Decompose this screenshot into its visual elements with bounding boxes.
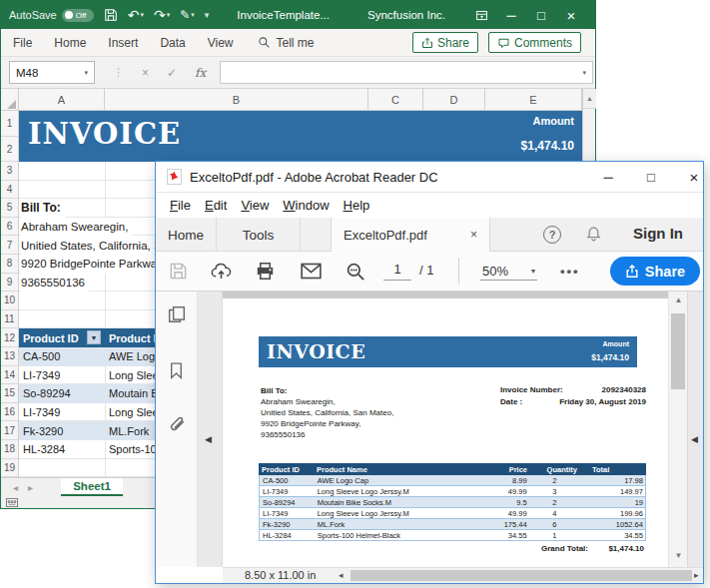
row-header[interactable]: 8 <box>1 255 18 274</box>
row-header[interactable]: 7 <box>1 236 18 255</box>
touch-mode-icon[interactable]: ✎ <box>180 8 190 22</box>
email-icon[interactable] <box>301 262 321 282</box>
zoom-dropdown-icon[interactable]: ▾ <box>531 267 535 276</box>
save-icon[interactable] <box>104 8 118 22</box>
undo-dropdown-icon[interactable]: ▾ <box>140 11 144 19</box>
quick-access-customize-icon[interactable]: ▾ <box>205 10 210 20</box>
row-header[interactable]: 12 <box>1 328 18 347</box>
tools-panel-strip[interactable]: ◀ <box>687 292 703 567</box>
row-header[interactable]: 19 <box>1 459 18 478</box>
acrobat-minimize-button[interactable]: ─ <box>591 162 625 192</box>
select-all-corner[interactable] <box>1 89 19 111</box>
row-header[interactable]: 1 <box>1 111 18 137</box>
cancel-entry-icon[interactable]: × <box>142 66 149 80</box>
excel-menu-home[interactable]: Home <box>54 36 86 50</box>
scrollbar-thumb[interactable] <box>671 313 685 389</box>
row-header[interactable]: 5 <box>1 199 18 218</box>
row-header[interactable]: 6 <box>1 218 18 237</box>
row-header[interactable]: 15 <box>1 384 18 403</box>
excel-menu-data[interactable]: Data <box>160 36 185 50</box>
zoom-options-icon[interactable] <box>346 262 365 282</box>
excel-minimize-button[interactable]: ─ <box>496 8 526 23</box>
redo-icon[interactable]: ↷ <box>154 7 166 23</box>
row-header[interactable]: 3 <box>1 162 18 181</box>
formula-input[interactable]: ▾ <box>220 61 593 84</box>
bookmarks-icon[interactable] <box>168 361 187 380</box>
tab-tools[interactable]: Tools <box>217 218 301 252</box>
name-box-dropdown-icon[interactable]: ▾ <box>84 69 88 77</box>
excel-maximize-button[interactable]: □ <box>526 8 556 23</box>
page-number-input[interactable]: 1 <box>383 262 411 281</box>
tell-me-search-icon[interactable] <box>258 36 271 49</box>
cell-product-id[interactable]: Fk-3290 <box>19 425 105 437</box>
sheet-nav-next-icon[interactable]: ▸ <box>28 482 33 493</box>
acrobat-close-button[interactable]: × <box>677 162 710 192</box>
row-header[interactable]: 2 <box>1 137 18 162</box>
acrobat-menu-edit[interactable]: Edit <box>205 198 227 213</box>
row-header[interactable]: 13 <box>1 347 18 366</box>
sheet-nav-prev-icon[interactable]: ◂ <box>13 482 18 493</box>
redo-dropdown-icon[interactable]: ▾ <box>167 11 171 19</box>
excel-bill-to-line[interactable]: 9365550136 <box>21 274 89 293</box>
row-header[interactable]: 14 <box>1 366 18 385</box>
scroll-up-icon[interactable]: ▲ <box>583 89 596 109</box>
notifications-bell-icon[interactable] <box>585 226 602 243</box>
expand-tools-icon[interactable]: ◀ <box>691 434 698 444</box>
scroll-down-icon[interactable]: ▼ <box>669 551 688 560</box>
insert-function-icon[interactable]: fx <box>195 66 206 80</box>
horizontal-scrollbar-thumb[interactable] <box>351 570 692 581</box>
cell-product-id[interactable]: So-89294 <box>19 387 105 399</box>
scroll-right-icon[interactable]: ▸ <box>694 570 699 580</box>
row-header[interactable]: 4 <box>1 181 18 200</box>
autosave-toggle[interactable]: Off <box>62 9 94 22</box>
excel-bill-to-label[interactable]: Bill To: <box>21 199 65 218</box>
print-icon[interactable] <box>256 262 276 282</box>
sign-in-button[interactable]: Sign In <box>633 225 683 242</box>
tab-document[interactable]: ExceltoPdf.pdf × <box>331 218 490 252</box>
formula-expand-icon[interactable]: ▾ <box>582 69 586 77</box>
row-header[interactable]: 17 <box>1 421 18 440</box>
cloud-upload-icon[interactable] <box>211 262 231 282</box>
ribbon-display-options-icon[interactable] <box>475 9 488 22</box>
excel-comments-button[interactable]: Comments <box>488 32 581 53</box>
cell-product-id[interactable]: LI-7349 <box>19 369 105 381</box>
acrobat-menu-file[interactable]: File <box>170 198 191 213</box>
excel-share-button[interactable]: Share <box>412 32 478 53</box>
scroll-up-icon[interactable]: ▲ <box>669 295 688 304</box>
accessibility-status-icon[interactable] <box>6 498 18 507</box>
acrobat-menu-help[interactable]: Help <box>344 198 370 213</box>
row-header[interactable]: 9 <box>1 274 18 293</box>
nav-pane-collapse-strip[interactable]: ◀ <box>198 292 223 567</box>
cell-product-id[interactable]: CA-500 <box>19 350 105 362</box>
cell-product-id[interactable]: HL-3284 <box>19 443 105 455</box>
excel-menu-file[interactable]: File <box>13 36 32 50</box>
save-icon[interactable] <box>169 262 189 282</box>
tell-me-label[interactable]: Tell me <box>277 36 315 50</box>
column-header-a[interactable]: A <box>19 89 105 111</box>
excel-menu-insert[interactable]: Insert <box>108 36 138 50</box>
acrobat-share-button[interactable]: Share <box>610 257 700 286</box>
cell-product-id[interactable]: LI-7349 <box>19 406 105 418</box>
tab-home[interactable]: Home <box>156 218 217 252</box>
excel-menu-view[interactable]: View <box>208 36 234 50</box>
confirm-entry-icon[interactable]: ✓ <box>167 66 177 80</box>
excel-bill-to-line[interactable]: Abraham Swearegin, <box>21 218 132 237</box>
acrobat-menu-view[interactable]: View <box>241 198 269 213</box>
filter-dropdown-icon[interactable]: ▼ <box>87 330 101 344</box>
excel-bill-to-line[interactable]: 9920 BridgePointe Parkway, <box>21 255 169 274</box>
acrobat-maximize-button[interactable]: □ <box>634 162 668 192</box>
row-header[interactable]: 10 <box>1 292 18 310</box>
column-header-b[interactable]: B <box>105 89 368 111</box>
row-header[interactable]: 18 <box>1 440 18 459</box>
excel-close-button[interactable]: × <box>556 7 586 24</box>
tab-close-icon[interactable]: × <box>470 228 477 242</box>
row-header[interactable]: 11 <box>1 310 18 329</box>
help-icon[interactable]: ? <box>543 226 561 244</box>
column-header-d[interactable]: D <box>423 89 485 111</box>
page-thumbnails-icon[interactable] <box>168 305 187 324</box>
touch-mode-dropdown-icon[interactable]: ▾ <box>191 11 195 19</box>
collapse-left-icon[interactable]: ◀ <box>205 434 212 444</box>
name-box[interactable]: M48 ▾ <box>9 61 95 84</box>
undo-icon[interactable]: ↶ <box>128 7 140 23</box>
acrobat-menu-window[interactable]: Window <box>283 198 329 213</box>
